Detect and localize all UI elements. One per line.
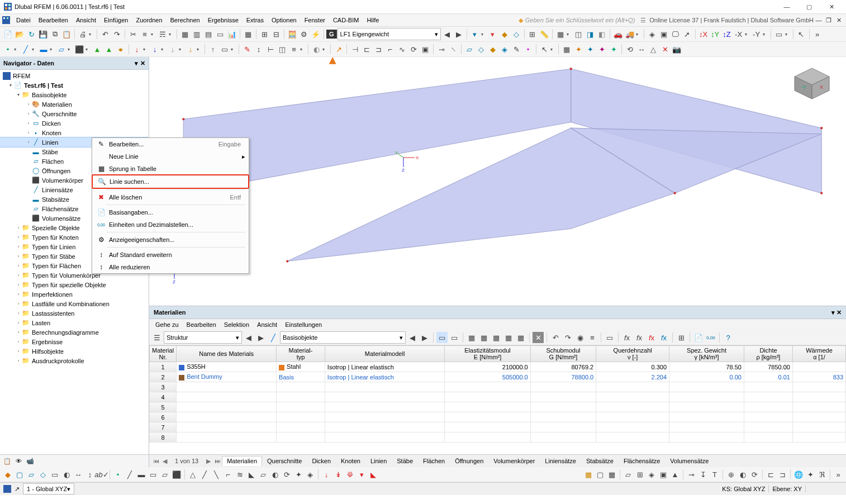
cube-icon[interactable]: ▦ — [555, 28, 566, 40]
nav-pin-icon[interactable]: ▾ — [135, 60, 138, 67]
tp-g4-icon[interactable]: ▦ — [503, 332, 514, 343]
tp-fx4-icon[interactable]: fx — [658, 332, 669, 343]
tree-folder[interactable]: ›📁Lasten — [0, 318, 149, 327]
tp-fx1-icon[interactable]: fx — [621, 332, 633, 343]
ctx-alle-reduzieren[interactable]: ↕Alle reduzieren — [92, 261, 249, 273]
bt-r10-icon[interactable]: ↧ — [697, 469, 709, 480]
redo-icon[interactable]: ↷ — [111, 28, 122, 40]
new-file-icon[interactable]: 📄 — [2, 28, 13, 40]
tp-doc-icon[interactable]: 📄 — [693, 332, 704, 343]
render-1-icon[interactable]: ◫ — [573, 28, 584, 40]
mesh-5-icon[interactable]: ✎ — [511, 44, 522, 55]
col-header[interactable]: Dichteρ [kg/m³] — [744, 346, 792, 362]
tp-combo-struktur[interactable]: Struktur▾ — [164, 331, 242, 344]
grid-4-icon[interactable]: ✦ — [596, 44, 607, 55]
table-grid[interactable]: MaterialNr.Name des MaterialsMaterial-ty… — [149, 345, 846, 454]
table-tab[interactable]: Liniensätze — [540, 456, 581, 466]
col-header[interactable]: Wärmedeα [1/ — [792, 346, 845, 362]
table-tab[interactable]: Linien — [365, 456, 392, 466]
bt-l4-icon[interactable]: ▾ — [356, 469, 367, 480]
table-tab[interactable]: Flächensätze — [619, 456, 665, 466]
tree-folder[interactable]: ›📁Lastfälle und Kombinationen — [0, 299, 149, 308]
tree-icon[interactable]: ☰ — [640, 17, 646, 24]
bt-text-icon[interactable]: ab✓ — [96, 469, 107, 480]
support-1-icon[interactable]: ▲ — [92, 44, 103, 55]
menu-bearbeiten[interactable]: Bearbeiten — [35, 16, 72, 25]
bt-4-icon[interactable]: ◇ — [37, 469, 49, 480]
bt-l1-icon[interactable]: ↓ — [321, 469, 332, 480]
bt-member2-icon[interactable]: ▭ — [148, 469, 159, 480]
tp-list-icon[interactable]: ☰ — [151, 332, 163, 343]
loadcase-combo[interactable]: LF1 Eigengewicht▾ — [338, 28, 441, 40]
mesh-6-icon[interactable]: • — [522, 44, 534, 55]
bt-r6-icon[interactable]: ◈ — [646, 469, 657, 480]
tp-add-icon[interactable]: ≡ — [587, 332, 598, 343]
tool-1-icon[interactable]: ◐ — [311, 44, 322, 55]
maximize-button[interactable]: ▢ — [798, 1, 820, 13]
bt-r7-icon[interactable]: ▣ — [658, 469, 669, 480]
minimize-button[interactable]: — — [776, 1, 798, 13]
tp-prev-icon[interactable]: ◀ — [243, 332, 254, 343]
mesh-4-icon[interactable]: ◈ — [499, 44, 510, 55]
ctx-auf-standard-erweitern[interactable]: ↕Auf Standard erweitern — [92, 249, 249, 261]
table-tab[interactable]: Volumenkörper — [488, 456, 540, 466]
tp-menu-ansicht[interactable]: Ansicht — [253, 320, 281, 329]
menu-extras[interactable]: Extras — [243, 16, 268, 25]
pager-next-icon[interactable]: ▶ — [204, 458, 213, 465]
tool-b-icon[interactable]: ◇ — [511, 28, 522, 40]
table-tab[interactable]: Querschnitte — [262, 456, 307, 466]
sym-3-icon[interactable]: △ — [648, 44, 659, 55]
tree-root[interactable]: RFEM — [0, 71, 149, 80]
gear-icon[interactable]: ⚙ — [298, 28, 310, 40]
table-tab[interactable]: Dicken — [307, 456, 336, 466]
tree-folder[interactable]: ›📁Lastassistenten — [0, 308, 149, 318]
keyword-search[interactable]: Geben Sie ein Schlüsselwort ein (Alt+Q) — [525, 17, 635, 23]
plugin-1-icon[interactable]: ⊞ — [259, 28, 270, 40]
load-1-icon[interactable]: ↓ — [131, 44, 142, 55]
sym-4-icon[interactable]: ✕ — [659, 44, 671, 55]
table-row[interactable]: 1 S355H Stahl Isotrop | Linear elastisch… — [150, 362, 846, 372]
tree-item-materialien[interactable]: ›🎨Materialien — [0, 99, 149, 109]
tree-file[interactable]: ▾📄Test.rf6 | Test — [0, 80, 149, 90]
edit-4-icon[interactable]: ◫ — [277, 44, 288, 55]
table-row-empty[interactable]: 8 — [150, 432, 846, 443]
bar-icon[interactable]: ▭ — [215, 28, 226, 40]
cursor-icon[interactable]: ↖ — [796, 28, 807, 40]
bt-r11-icon[interactable]: T — [709, 469, 720, 480]
bt-r14-icon[interactable]: ⟳ — [749, 469, 760, 480]
style-icon[interactable]: ▭ — [773, 28, 785, 40]
mesh-3-icon[interactable]: ◆ — [487, 44, 498, 55]
tool-a-icon[interactable]: ◆ — [499, 28, 510, 40]
select-icon[interactable]: ↖ — [539, 44, 550, 55]
bt-l2-icon[interactable]: ↡ — [332, 469, 344, 480]
bt-r17-icon[interactable]: 🌐 — [793, 469, 804, 480]
bt-s3-icon[interactable]: ╲ — [211, 469, 222, 480]
tp-menu-einstellungen[interactable]: Einstellungen — [281, 320, 326, 329]
ax-z-icon[interactable]: ↕Z — [721, 28, 733, 40]
conn-2-icon[interactable]: ⟍ — [448, 44, 459, 55]
col-header[interactable]: ElastizitätsmodulE [N/mm²] — [445, 346, 530, 362]
ax-mx-icon[interactable]: -X — [733, 28, 744, 40]
pager-last-icon[interactable]: ⏭ — [213, 458, 222, 464]
ctx-anzeigeeigenschaften-[interactable]: ⚙Anzeigeeigenschaften... — [92, 234, 249, 246]
bt-r2-icon[interactable]: ▢ — [595, 469, 606, 480]
bt-s6-icon[interactable]: ◣ — [246, 469, 257, 480]
tree-folder[interactable]: ›📁Imperfektionen — [0, 289, 149, 299]
bt-3-icon[interactable]: ▱ — [26, 469, 37, 480]
cut-icon[interactable]: ✂ — [127, 28, 139, 40]
menu-optionen[interactable]: Optionen — [268, 16, 301, 25]
sel-rect-icon[interactable]: ▭ — [219, 44, 230, 55]
tp-redo-icon[interactable]: ↷ — [562, 332, 573, 343]
ax-my-icon[interactable]: -Y — [751, 28, 762, 40]
support-3-icon[interactable]: ● — [115, 44, 126, 55]
plugin-2-icon[interactable]: ⊟ — [270, 28, 282, 40]
tp-draw-icon[interactable]: ╱ — [268, 332, 279, 343]
print-icon[interactable]: 🖨 — [77, 28, 88, 40]
tp-fx3-icon[interactable]: fx — [646, 332, 657, 343]
grid-3-icon[interactable]: ✦ — [584, 44, 596, 55]
bt-r3-icon[interactable]: ▦ — [606, 469, 617, 480]
menu-ansicht[interactable]: Ansicht — [72, 16, 100, 25]
tp-g2-icon[interactable]: ▦ — [478, 332, 489, 343]
col-header[interactable]: SchubmodulG [N/mm²] — [530, 346, 596, 362]
bt-r4-icon[interactable]: ▱ — [622, 469, 634, 480]
